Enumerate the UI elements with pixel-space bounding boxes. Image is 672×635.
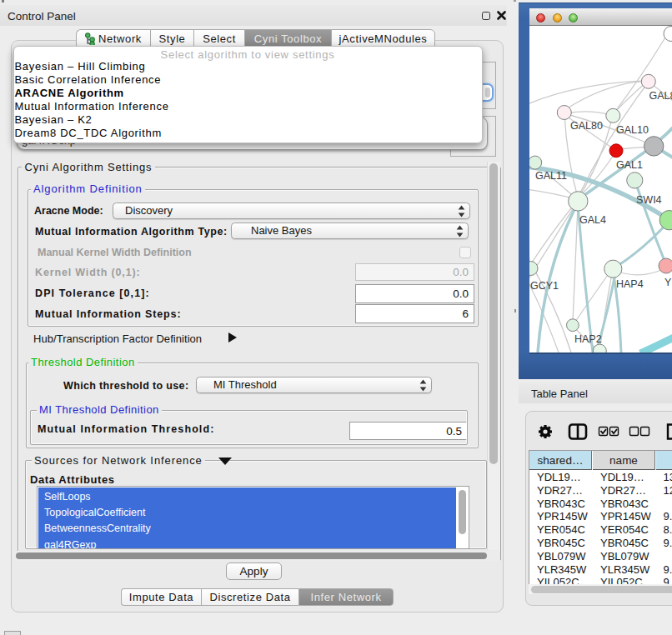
svg-text:GAL4: GAL4 — [579, 214, 606, 226]
svg-text:GAL80: GAL80 — [570, 120, 603, 132]
svg-text:SWI4: SWI4 — [636, 194, 662, 206]
svg-text:Y: Y — [664, 277, 672, 288]
svg-text:GAL10: GAL10 — [616, 124, 649, 136]
svg-text:GAL11: GAL11 — [535, 170, 567, 182]
svg-text:HAP4: HAP4 — [616, 278, 644, 290]
svg-text:HAP2: HAP2 — [574, 333, 602, 345]
svg-text:GAL1: GAL1 — [616, 159, 643, 171]
svg-text:GCY1: GCY1 — [530, 280, 559, 292]
svg-text:GAL80: GAL80 — [649, 90, 672, 102]
